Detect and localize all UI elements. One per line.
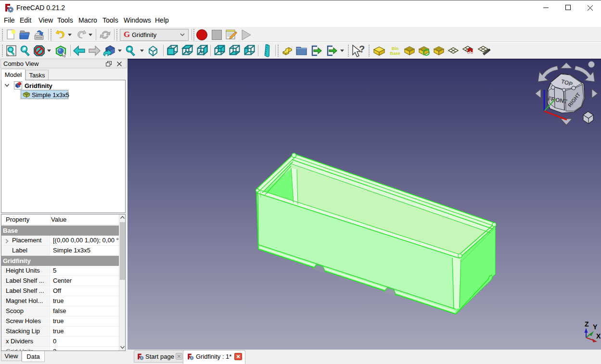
svg-text:Z: Z [585, 320, 589, 328]
svg-text:X: X [596, 332, 601, 340]
svg-text:?: ? [359, 44, 365, 54]
svg-text:Y: Y [593, 323, 598, 331]
